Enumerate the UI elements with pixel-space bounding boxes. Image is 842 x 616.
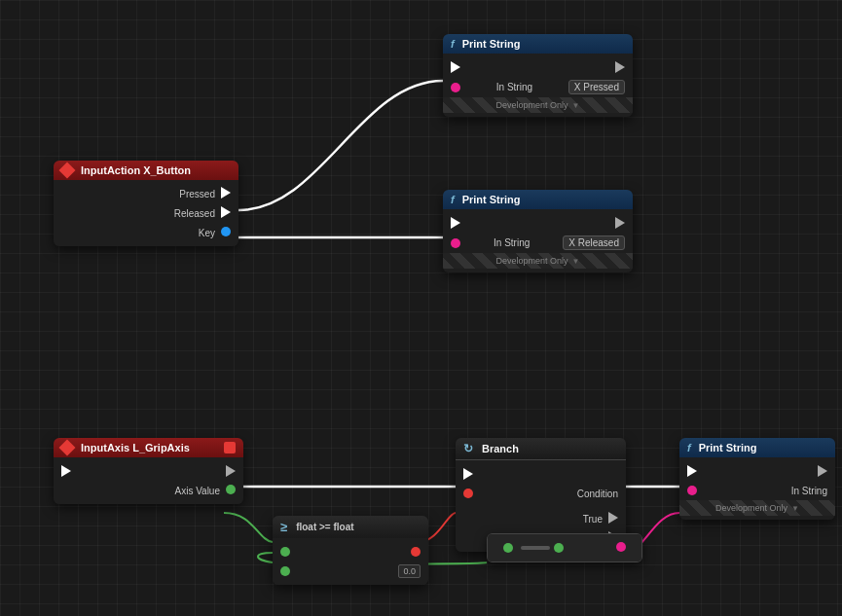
released-label: Released [174,208,215,219]
input-axis-header: InputAxis L_GripAxis [54,438,243,457]
compare-title: float >= float [296,522,353,532]
released-row: Released [54,203,238,223]
print-released-title: Print String [462,194,521,205]
input-action-icon [59,163,76,179]
axis-value-pin-wrap[interactable] [226,485,236,496]
pressed-pin[interactable] [221,187,231,200]
print-released-chevron: ▼ [572,257,580,266]
print-released-icon: f [451,194,455,205]
print-bottom-exec-out[interactable] [818,465,827,477]
compare-a-pin[interactable] [280,547,290,557]
axis-value-pin [226,485,236,494]
print-released-exec-in[interactable] [451,217,460,229]
print-pressed-string-pin[interactable] [451,83,460,92]
print-released-badge: X Released [563,236,625,250]
print-string-bottom-node: f Print String In String Development Onl… [679,438,835,520]
key-pin[interactable] [221,227,231,238]
input-axis-node: InputAxis L_GripAxis Axis Value [54,438,243,504]
branch-header: ↻ Branch [456,438,626,460]
print-released-dev-only: Development Only ▼ [443,253,633,269]
branch-exec-in[interactable] [463,468,473,480]
lerp-node [487,533,642,562]
print-pressed-exec-bar [443,57,633,77]
input-action-body: Pressed Released Key [54,180,238,246]
print-bottom-title: Print String [699,442,757,453]
print-released-body: In String X Released Development Only ▼ [443,209,633,272]
print-pressed-header: f Print String [443,34,633,54]
key-row: Key [54,223,238,242]
print-pressed-badge: X Pressed [568,80,625,94]
compare-header: ≥ float >= float [273,516,428,538]
input-action-title: InputAction X_Button [81,164,191,176]
print-pressed-body: In String X Pressed Development Only ▼ [443,54,633,117]
print-released-in-string-row: In String X Released [443,233,633,253]
input-axis-body: Axis Value [54,457,243,504]
input-axis-title: InputAxis L_GripAxis [81,442,190,453]
print-string-pressed-node: f Print String In String X Pressed Devel… [443,34,633,117]
branch-true-pin-wrap[interactable] [608,512,618,525]
input-axis-exec-bar [54,461,243,481]
print-bottom-in-string-label: In String [791,486,827,496]
print-bottom-body: In String Development Only ▼ [679,457,835,520]
lerp-out-pin-wrap[interactable] [616,542,626,554]
branch-refresh-icon: ↻ [463,442,473,455]
axis-value-label: Axis Value [174,486,220,496]
compare-bottom-row: 0.0 [273,562,428,581]
lerp-slider [521,546,550,550]
pressed-row: Pressed [54,184,238,203]
print-pressed-in-string-label: In String [496,82,532,92]
compare-icon: ≥ [280,520,287,534]
print-bottom-string-pin[interactable] [687,486,697,495]
key-value-pin [221,227,231,236]
print-bottom-header: f Print String [679,438,835,457]
released-exec-pin [221,206,231,218]
print-released-string-pin[interactable] [451,238,460,248]
lerp-row [495,538,634,558]
branch-true-label: True [583,514,603,525]
print-bottom-icon: f [687,442,691,453]
lerp-b-pin[interactable] [554,543,564,553]
compare-node: ≥ float >= float 0.0 [273,516,428,585]
print-bottom-in-string-row: In String [679,481,835,500]
print-released-exec-bar [443,213,633,233]
print-pressed-exec-out[interactable] [615,61,625,73]
print-pressed-exec-in[interactable] [451,61,460,73]
input-axis-exec-in[interactable] [61,465,71,477]
released-pin[interactable] [221,206,231,220]
print-pressed-icon: f [451,38,455,50]
branch-true-row: True [456,509,626,528]
compare-top-row [273,542,428,562]
print-pressed-chevron: ▼ [572,101,580,110]
lerp-body [487,533,642,562]
branch-exec-bar [456,464,626,484]
input-axis-icon [59,440,76,456]
pressed-label: Pressed [179,189,215,199]
print-pressed-in-string-row: In String X Pressed [443,77,633,97]
print-bottom-dev-only: Development Only ▼ [679,500,835,516]
print-bottom-exec-bar [679,461,835,481]
node-header-input-action: InputAction X_Button [54,161,238,180]
compare-value[interactable]: 0.0 [398,564,421,578]
input-axis-badge [224,442,236,453]
key-label: Key [199,228,215,238]
print-bottom-chevron: ▼ [791,504,799,513]
branch-condition-pin[interactable] [463,489,473,498]
compare-b-pin[interactable] [280,566,290,576]
branch-condition-label: Condition [577,489,618,499]
pressed-exec-pin [221,187,231,199]
print-released-exec-out[interactable] [615,217,625,229]
input-axis-exec-out[interactable] [226,465,236,477]
print-bottom-exec-in[interactable] [687,465,697,477]
print-pressed-title: Print String [462,38,521,50]
branch-true-pin [608,512,618,524]
lerp-out-pin [616,542,626,552]
input-action-node: InputAction X_Button Pressed Released Ke… [54,161,238,246]
compare-out-pin[interactable] [411,547,421,557]
branch-condition-row: Condition [456,484,626,503]
compare-body: 0.0 [273,538,428,585]
lerp-a-pin[interactable] [503,543,513,553]
print-released-in-string-label: In String [494,237,530,248]
print-string-released-node: f Print String In String X Released Deve… [443,190,633,272]
print-released-header: f Print String [443,190,633,209]
axis-value-row: Axis Value [54,481,243,500]
